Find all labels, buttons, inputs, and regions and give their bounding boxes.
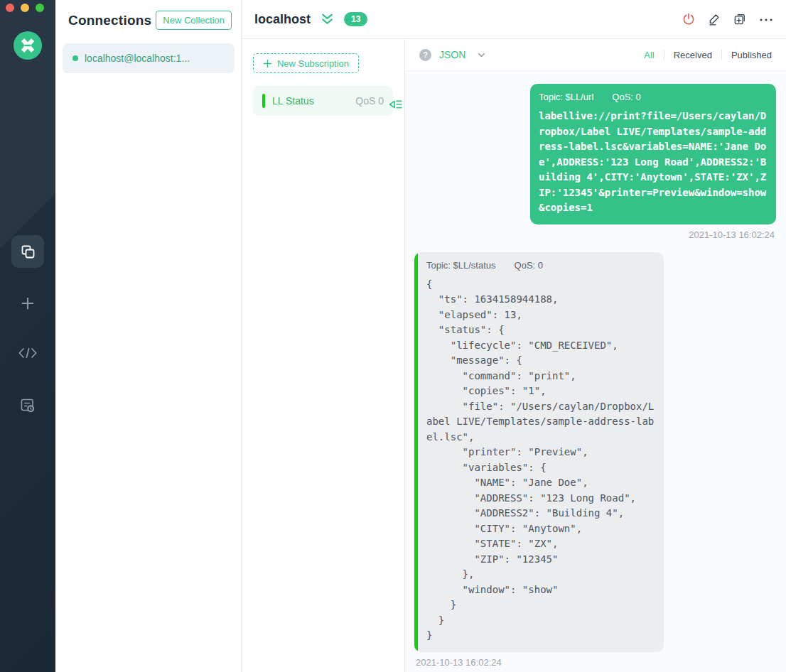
- message-bubble-published[interactable]: Topic: $LL/url QoS: 0 labellive://print?…: [530, 84, 776, 224]
- subscriptions-panel: New Subscription LL Status QoS 0: [242, 39, 405, 672]
- message-topic: Topic: $LL/url: [539, 92, 593, 102]
- message-count-badge: 13: [344, 12, 367, 26]
- message-topic: Topic: $LL/status: [426, 260, 496, 271]
- payload-format-select[interactable]: JSON: [439, 49, 465, 60]
- mqttx-logo: [14, 31, 42, 60]
- subscription-qos: QoS 0: [355, 95, 384, 107]
- tab-published[interactable]: Published: [731, 50, 772, 60]
- plus-icon: [18, 294, 37, 313]
- zoom-window-button[interactable]: [36, 4, 44, 12]
- log-icon: [19, 397, 36, 414]
- message-qos: QoS: 0: [612, 92, 640, 102]
- subscription-active-bar: [262, 94, 265, 108]
- messages-panel: ? JSON All Received Published: [405, 39, 786, 672]
- connection-title: localhost: [254, 12, 311, 27]
- collapse-subscriptions-icon[interactable]: [387, 96, 404, 113]
- received-message: Topic: $LL/status QoS: 0 { "ts": 1634158…: [414, 252, 776, 672]
- message-timestamp: 2021-10-13 16:02:24: [416, 657, 502, 668]
- connection-name: localhost@localhost:1...: [85, 53, 190, 64]
- message-payload: labellive://print?file=/Users/caylan/Dro…: [539, 109, 768, 216]
- disconnect-button[interactable]: [682, 12, 696, 26]
- subscription-item[interactable]: LL Status QoS 0: [253, 86, 393, 116]
- sidebar-item-log[interactable]: [11, 389, 44, 422]
- subscription-topic: LL Status: [272, 95, 314, 107]
- message-list[interactable]: Topic: $LL/url QoS: 0 labellive://print?…: [405, 71, 786, 672]
- sidebar-item-connections[interactable]: [11, 235, 44, 268]
- tab-received[interactable]: Received: [674, 50, 712, 60]
- new-window-button[interactable]: [733, 12, 747, 26]
- message-bubble-received[interactable]: Topic: $LL/status QoS: 0 { "ts": 1634158…: [414, 252, 664, 652]
- tab-divider: [721, 50, 722, 60]
- chevron-down-icon[interactable]: [476, 50, 487, 60]
- tab-divider: [664, 50, 664, 60]
- collapse-connection-icon[interactable]: [320, 12, 335, 27]
- left-sidebar: [0, 0, 55, 672]
- plus-icon: [263, 59, 272, 68]
- tab-all[interactable]: All: [644, 50, 654, 60]
- message-filter-tabs: All Received Published: [644, 50, 772, 60]
- message-timestamp: 2021-10-13 16:02:24: [689, 229, 775, 240]
- connections-title: Connections: [68, 13, 151, 28]
- minimize-window-button[interactable]: [21, 4, 29, 12]
- messages-toolbar: ? JSON All Received Published: [405, 39, 786, 71]
- help-icon[interactable]: ?: [419, 49, 431, 61]
- new-connection-button[interactable]: [11, 287, 44, 320]
- new-subscription-label: New Subscription: [277, 58, 349, 69]
- connections-panel: Connections New Collection localhost@loc…: [55, 0, 242, 672]
- more-options-button[interactable]: [758, 12, 774, 26]
- code-icon: [18, 345, 37, 361]
- connections-icon: [19, 243, 36, 260]
- new-subscription-button[interactable]: New Subscription: [253, 53, 359, 73]
- app-window: Connections New Collection localhost@loc…: [0, 0, 786, 672]
- connection-item-localhost[interactable]: localhost@localhost:1...: [63, 43, 235, 73]
- published-message: Topic: $LL/url QoS: 0 labellive://print?…: [414, 84, 776, 252]
- window-controls: [6, 4, 44, 12]
- connected-status-dot: [72, 55, 78, 61]
- message-qos: QoS: 0: [515, 260, 543, 271]
- sidebar-item-script[interactable]: [11, 337, 44, 369]
- new-collection-button[interactable]: New Collection: [156, 11, 232, 30]
- connection-header: localhost 13: [242, 0, 786, 39]
- message-payload: { "ts": 1634158944188, "elapsed": 13, "s…: [426, 277, 655, 644]
- main-panel: localhost 13: [242, 0, 786, 672]
- close-window-button[interactable]: [6, 4, 14, 12]
- edit-connection-button[interactable]: [707, 12, 721, 26]
